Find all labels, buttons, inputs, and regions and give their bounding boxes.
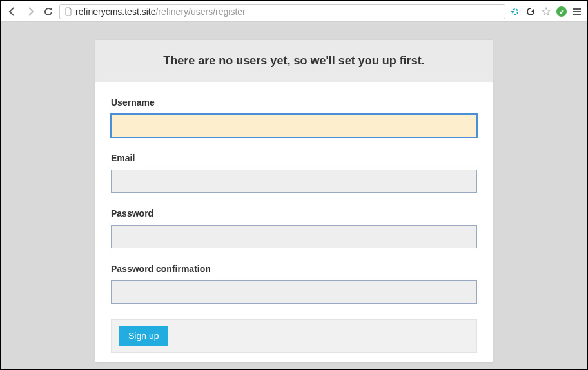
field-password-confirmation: Password confirmation — [111, 264, 477, 304]
email-label: Email — [111, 153, 477, 163]
toolbar-right — [509, 6, 583, 17]
password-confirmation-input[interactable] — [111, 280, 477, 304]
page-viewport: There are no users yet, so we'll set you… — [1, 22, 587, 369]
bookmark-star-icon[interactable] — [540, 6, 552, 17]
sign-up-button[interactable]: Sign up — [119, 326, 168, 346]
field-username: Username — [111, 97, 477, 137]
field-password: Password — [111, 208, 477, 248]
field-email: Email — [111, 153, 477, 193]
url-text: refinerycms.test.site/refinery/users/reg… — [75, 6, 246, 17]
forward-button[interactable] — [23, 5, 37, 19]
back-button[interactable] — [5, 5, 19, 19]
address-bar[interactable]: refinerycms.test.site/refinery/users/reg… — [59, 4, 505, 19]
card-body: Username Email Password Password confirm… — [95, 82, 493, 362]
card-heading: There are no users yet, so we'll set you… — [95, 40, 493, 82]
browser-window: refinerycms.test.site/refinery/users/reg… — [1, 1, 587, 369]
refresh-extension-icon[interactable] — [525, 6, 536, 17]
username-label: Username — [111, 97, 477, 108]
page-icon — [64, 7, 73, 16]
setup-card: There are no users yet, so we'll set you… — [95, 40, 493, 362]
username-input[interactable] — [111, 114, 477, 137]
url-path: /refinery/users/register — [155, 6, 245, 17]
password-input[interactable] — [111, 225, 477, 248]
url-domain: refinerycms.test.site — [75, 6, 155, 17]
extension-icon[interactable] — [509, 6, 521, 17]
form-actions: Sign up — [111, 319, 477, 353]
browser-toolbar: refinerycms.test.site/refinery/users/reg… — [1, 1, 587, 22]
shield-extension-icon[interactable] — [556, 6, 567, 17]
password-label: Password — [111, 208, 477, 219]
password-confirmation-label: Password confirmation — [111, 264, 477, 274]
menu-icon[interactable] — [571, 6, 583, 17]
email-input[interactable] — [111, 170, 477, 193]
reload-button[interactable] — [41, 5, 55, 19]
